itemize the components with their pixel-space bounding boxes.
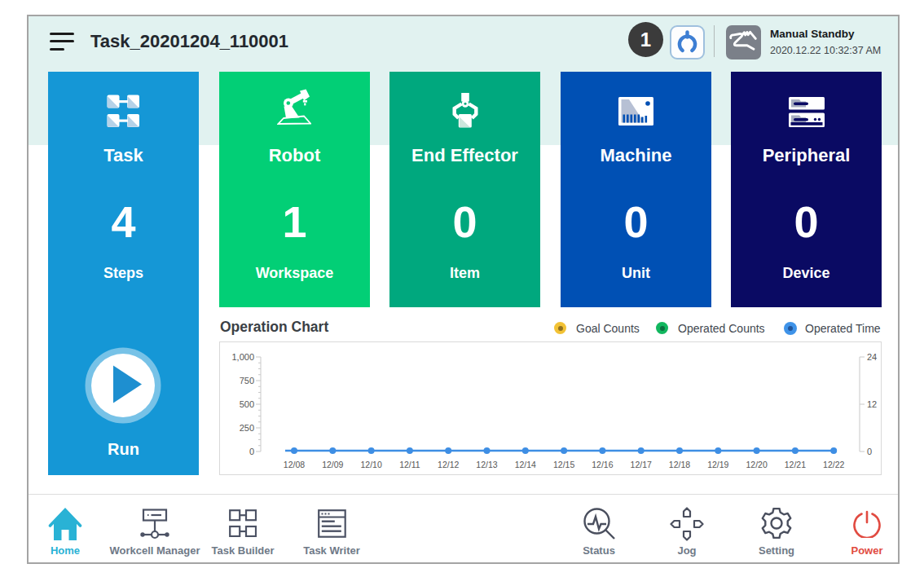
svg-text:250: 250 <box>240 423 254 433</box>
svg-text:0: 0 <box>867 447 872 456</box>
svg-text:12/09: 12/09 <box>322 460 343 469</box>
svg-text:12/11: 12/11 <box>399 460 420 469</box>
svg-text:12/17: 12/17 <box>631 460 652 469</box>
svg-text:12: 12 <box>867 399 877 409</box>
svg-text:12/19: 12/19 <box>707 460 728 469</box>
svg-text:12/14: 12/14 <box>515 460 536 469</box>
svg-text:0: 0 <box>249 447 254 456</box>
svg-text:500: 500 <box>240 399 254 409</box>
svg-text:12/22: 12/22 <box>823 460 844 469</box>
svg-text:12/15: 12/15 <box>553 460 574 469</box>
svg-text:12/08: 12/08 <box>284 460 305 469</box>
svg-text:12/18: 12/18 <box>669 460 690 469</box>
svg-text:1,000: 1,000 <box>231 352 254 362</box>
svg-text:12/13: 12/13 <box>476 460 497 469</box>
svg-text:12/12: 12/12 <box>438 460 459 469</box>
svg-text:12/21: 12/21 <box>785 460 806 469</box>
svg-text:12/20: 12/20 <box>746 460 767 469</box>
svg-text:12/10: 12/10 <box>360 460 381 469</box>
svg-text:12/16: 12/16 <box>592 460 613 469</box>
svg-text:24: 24 <box>867 352 877 362</box>
svg-text:750: 750 <box>240 376 254 385</box>
